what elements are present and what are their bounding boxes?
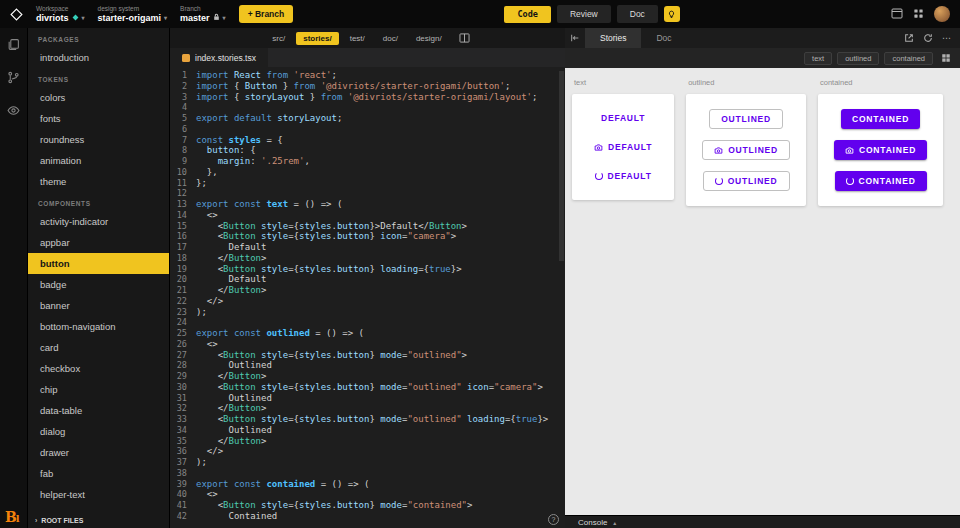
- sidebar-item-chip[interactable]: chip: [28, 379, 169, 400]
- file-tab-bar: index.stories.tsx: [170, 48, 565, 67]
- chevron-up-icon: ▴: [613, 519, 616, 526]
- code-text: margin: '.25rem',: [196, 156, 310, 167]
- help-button[interactable]: ?: [548, 514, 559, 525]
- line-number: 32: [170, 403, 196, 414]
- more-options-icon[interactable]: ⋯: [942, 34, 951, 43]
- story-filter-contained[interactable]: contained: [884, 52, 933, 65]
- workspace-switcher[interactable]: Workspace divriots ▾: [36, 5, 85, 23]
- code-text: Outlined: [196, 393, 272, 404]
- line-number: 34: [170, 425, 196, 436]
- review-mode-button[interactable]: Review: [557, 5, 611, 23]
- code-text: <Button style={styles.button} mode="outl…: [196, 350, 467, 361]
- outlined-button[interactable]: OUTLINED: [702, 140, 790, 160]
- sidebar-item-bottom-navigation[interactable]: bottom-navigation: [28, 316, 169, 337]
- preview-tab-stories[interactable]: Stories: [585, 28, 641, 48]
- pin-panel-icon[interactable]: [565, 28, 585, 48]
- sidebar-item-introduction[interactable]: introduction: [28, 47, 169, 68]
- text-button[interactable]: DEFAULT: [588, 138, 658, 156]
- code-line: 33 <Button style={styles.button} mode="o…: [170, 414, 565, 425]
- sidebar-item-card[interactable]: card: [28, 337, 169, 358]
- folder-tab-bar: src/stories/test/doc/design/: [170, 28, 565, 48]
- chevron-right-icon: ›: [35, 517, 37, 524]
- code-text: );: [196, 457, 207, 468]
- code-line: 13export const text = () => (: [170, 199, 565, 210]
- folder-tab-design[interactable]: design/: [409, 32, 449, 45]
- sidebar-section-header: COMPONENTS: [28, 192, 169, 211]
- folder-tab-doc[interactable]: doc/: [376, 32, 405, 45]
- refresh-icon[interactable]: [923, 29, 933, 47]
- project-label: design system: [98, 5, 168, 12]
- sidebar-item-data-table[interactable]: data-table: [28, 400, 169, 421]
- sidebar-item-badge[interactable]: badge: [28, 274, 169, 295]
- divriots-logo-icon[interactable]: [10, 8, 23, 21]
- avatar[interactable]: [934, 6, 950, 22]
- outlined-button[interactable]: OUTLINED: [709, 109, 783, 129]
- button-label: DEFAULT: [608, 142, 652, 152]
- topbar-actions: [891, 5, 950, 23]
- split-columns-icon[interactable]: [459, 33, 470, 43]
- sidebar-item-roundness[interactable]: roundness: [28, 129, 169, 150]
- sidebar-item-dialog[interactable]: dialog: [28, 421, 169, 442]
- editor-scrollbar[interactable]: [559, 71, 564, 261]
- story-filter-outlined[interactable]: outlined: [837, 52, 879, 65]
- preview-tabs: StoriesDoc: [585, 28, 687, 48]
- code-line: 21 </Button>: [170, 285, 565, 296]
- contained-button[interactable]: CONTAINED: [835, 171, 927, 191]
- new-branch-button[interactable]: + Branch: [239, 5, 294, 23]
- text-button[interactable]: DEFAULT: [589, 167, 658, 185]
- contained-button[interactable]: CONTAINED: [834, 140, 927, 160]
- console-toggle[interactable]: Console ▴: [565, 515, 960, 528]
- outlined-button[interactable]: OUTLINED: [703, 171, 790, 191]
- code-mode-button[interactable]: Code: [504, 6, 550, 23]
- story-card-outlined: OUTLINEDOUTLINEDOUTLINED: [686, 94, 806, 206]
- button-label: CONTAINED: [859, 176, 916, 186]
- code-area[interactable]: 1import React from 'react';2import { But…: [170, 67, 565, 528]
- window-icon[interactable]: [891, 5, 903, 23]
- code-line: 4: [170, 102, 565, 113]
- bulb-icon[interactable]: [664, 6, 680, 22]
- sidebar-item-fab[interactable]: fab: [28, 463, 169, 484]
- backlight-logo[interactable]: Bl: [5, 509, 19, 525]
- folder-tab-test[interactable]: test/: [343, 32, 372, 45]
- root-files-toggle[interactable]: › ROOT FILES: [28, 512, 169, 528]
- sidebar-item-fonts[interactable]: fonts: [28, 108, 169, 129]
- branch-name: master: [180, 13, 210, 23]
- button-label: CONTAINED: [859, 145, 916, 155]
- story-filter-text[interactable]: text: [804, 52, 832, 65]
- sidebar-item-theme[interactable]: theme: [28, 171, 169, 192]
- git-branch-icon[interactable]: [7, 70, 20, 88]
- console-label: Console: [578, 518, 607, 527]
- sidebar-item-appbar[interactable]: appbar: [28, 232, 169, 253]
- pages-icon[interactable]: [7, 37, 20, 55]
- doc-mode-button[interactable]: Doc: [617, 5, 658, 23]
- code-text: };: [196, 178, 207, 189]
- sidebar-item-activity-indicator[interactable]: activity-indicator: [28, 211, 169, 232]
- code-text: Outlined: [196, 425, 272, 436]
- project-switcher[interactable]: design system starter-origami ▾: [98, 5, 168, 23]
- grid-view-icon[interactable]: [941, 53, 951, 63]
- line-number: 9: [170, 156, 196, 167]
- text-button[interactable]: DEFAULT: [595, 109, 651, 127]
- folder-tab-stories[interactable]: stories/: [296, 32, 338, 45]
- branch-switcher[interactable]: Branch master ▾: [180, 5, 226, 23]
- apps-grid-icon[interactable]: [913, 5, 924, 23]
- sidebar-item-animation[interactable]: animation: [28, 150, 169, 171]
- button-label: OUTLINED: [721, 114, 771, 124]
- line-number: 42: [170, 511, 196, 522]
- line-number: 33: [170, 414, 196, 425]
- line-number: 1: [170, 70, 196, 81]
- preview-tab-doc[interactable]: Doc: [641, 28, 686, 48]
- code-line: 20 Default: [170, 274, 565, 285]
- open-external-icon[interactable]: [904, 29, 914, 47]
- sidebar-item-colors[interactable]: colors: [28, 87, 169, 108]
- folder-tab-src[interactable]: src/: [265, 32, 292, 45]
- sidebar-item-helper-text[interactable]: helper-text: [28, 484, 169, 505]
- sidebar-item-checkbox[interactable]: checkbox: [28, 358, 169, 379]
- file-tab-index-stories[interactable]: index.stories.tsx: [170, 48, 268, 67]
- contained-button[interactable]: CONTAINED: [841, 109, 920, 129]
- sidebar-item-banner[interactable]: banner: [28, 295, 169, 316]
- code-text: </Button>: [196, 403, 266, 414]
- sidebar-item-drawer[interactable]: drawer: [28, 442, 169, 463]
- eye-icon[interactable]: [7, 103, 20, 121]
- sidebar-item-button[interactable]: button: [28, 253, 169, 274]
